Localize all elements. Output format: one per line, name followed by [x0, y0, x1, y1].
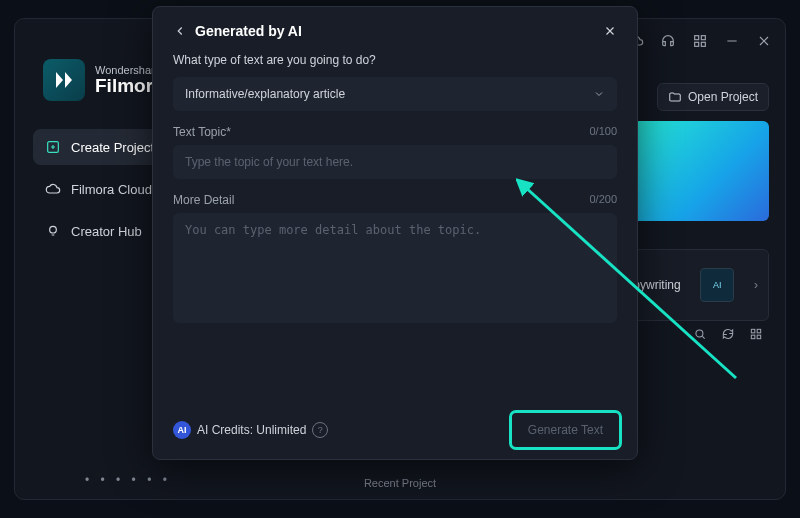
generated-by-ai-modal: Generated by AI What type of text are yo…	[152, 6, 638, 460]
search-icon[interactable]	[693, 327, 707, 345]
ai-credits: AI AI Credits: Unlimited ?	[173, 421, 328, 439]
close-button[interactable]	[603, 24, 617, 38]
svg-rect-1	[701, 36, 705, 40]
svg-rect-9	[751, 335, 755, 339]
text-topic-count: 0/100	[589, 125, 617, 139]
svg-rect-3	[701, 42, 705, 46]
ai-badge-icon: AI	[173, 421, 191, 439]
headset-icon[interactable]	[659, 32, 677, 50]
svg-point-5	[50, 226, 57, 233]
text-type-question: What type of text are you going to do?	[173, 53, 617, 67]
cloud-outline-icon	[45, 181, 61, 197]
recent-project-label: Recent Project	[15, 477, 785, 489]
more-detail-label-row: More Detail 0/200	[173, 193, 617, 207]
sidebar-item-label: Create Project	[71, 140, 154, 155]
svg-rect-8	[757, 329, 761, 333]
more-detail-label: More Detail	[173, 193, 234, 207]
modal-title: Generated by AI	[195, 23, 302, 39]
open-project-button[interactable]: Open Project	[657, 83, 769, 111]
chevron-down-icon	[593, 88, 605, 100]
svg-rect-2	[695, 42, 699, 46]
close-icon[interactable]	[755, 32, 773, 50]
text-type-select[interactable]: Informative/explanatory article	[173, 77, 617, 111]
preview-gradient-card[interactable]	[629, 121, 769, 221]
svg-point-6	[696, 330, 703, 337]
svg-rect-10	[757, 335, 761, 339]
refresh-icon[interactable]	[721, 327, 735, 345]
ai-credits-text: AI Credits: Unlimited	[197, 423, 306, 437]
filmora-logo-icon	[52, 68, 76, 92]
select-value: Informative/explanatory article	[185, 87, 345, 101]
sidebar-item-label: Creator Hub	[71, 224, 142, 239]
brand: Wondershare Filmora	[43, 59, 164, 101]
svg-rect-0	[695, 36, 699, 40]
sidebar-item-label: Filmora Cloud	[71, 182, 152, 197]
back-button[interactable]	[173, 24, 187, 38]
folder-icon	[668, 90, 682, 104]
svg-rect-7	[751, 329, 755, 333]
plus-square-icon	[45, 139, 61, 155]
text-topic-input[interactable]	[173, 145, 617, 179]
minimize-icon[interactable]	[723, 32, 741, 50]
grid-icon[interactable]	[749, 327, 763, 345]
text-topic-label-row: Text Topic* 0/100	[173, 125, 617, 139]
modal-footer: AI AI Credits: Unlimited ? Generate Text	[173, 415, 617, 445]
text-topic-label: Text Topic*	[173, 125, 231, 139]
modal-header: Generated by AI	[173, 23, 617, 39]
more-detail-count: 0/200	[589, 193, 617, 207]
chevron-right-icon[interactable]: ›	[754, 278, 758, 292]
more-detail-textarea[interactable]	[173, 213, 617, 323]
brand-logo	[43, 59, 85, 101]
open-project-label: Open Project	[688, 90, 758, 104]
generate-text-button[interactable]: Generate Text	[514, 415, 617, 445]
preview-toolbar	[693, 327, 763, 345]
apps-icon[interactable]	[691, 32, 709, 50]
bulb-icon	[45, 223, 61, 239]
ai-thumb-icon: AI	[700, 268, 734, 302]
info-icon[interactable]: ?	[312, 422, 328, 438]
